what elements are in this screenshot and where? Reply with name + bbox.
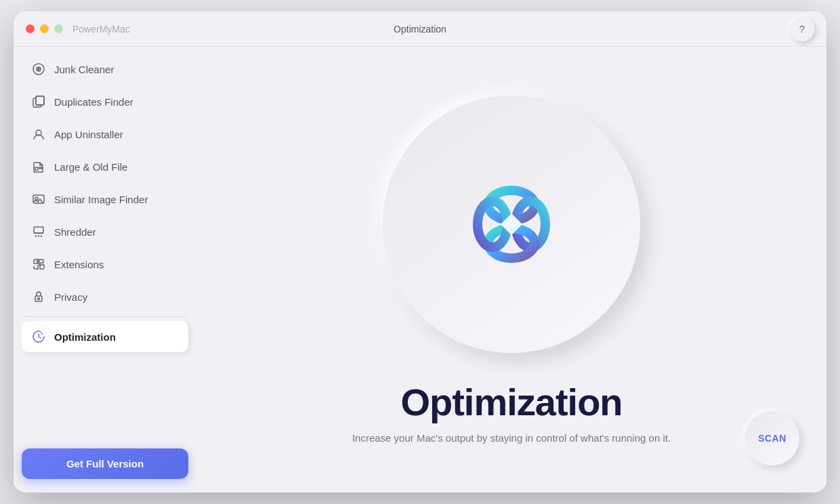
sidebar-item-privacy[interactable]: Privacy xyxy=(22,281,188,312)
sidebar-item-optimization[interactable]: Optimization xyxy=(22,321,188,352)
large-old-file-icon xyxy=(31,159,46,174)
extensions-icon xyxy=(31,257,46,272)
sidebar-item-label: Shredder xyxy=(54,226,96,238)
traffic-lights xyxy=(26,24,63,33)
sidebar-item-shredder[interactable]: Shredder xyxy=(22,216,188,247)
sidebar-item-label: Similar Image Finder xyxy=(54,194,148,205)
sidebar-item-label: Junk Cleaner xyxy=(54,64,114,75)
svg-rect-10 xyxy=(34,227,43,233)
maximize-button[interactable] xyxy=(54,24,63,33)
svg-rect-3 xyxy=(36,96,44,105)
logo-circle xyxy=(383,96,640,353)
sidebar-item-label: Privacy xyxy=(54,291,87,303)
main-area: Optimization Increase your Mac's output … xyxy=(196,47,826,492)
sidebar-item-label: Duplicates Finder xyxy=(54,96,133,108)
sidebar-item-large-old-file[interactable]: Large & Old File xyxy=(22,151,188,182)
sidebar-item-label: Extensions xyxy=(54,259,104,270)
sidebar-item-label: Optimization xyxy=(54,331,116,343)
junk-cleaner-icon xyxy=(31,62,46,77)
app-window: PowerMyMac Optimization ? Junk Cleaner xyxy=(14,12,826,492)
content-area: Junk Cleaner Duplicates Finder xyxy=(14,47,826,492)
minimize-button[interactable] xyxy=(40,24,49,33)
sidebar-item-junk-cleaner[interactable]: Junk Cleaner xyxy=(22,54,188,85)
sidebar-item-duplicates-finder[interactable]: Duplicates Finder xyxy=(22,86,188,117)
privacy-icon xyxy=(31,289,46,304)
sidebar-divider xyxy=(22,316,188,317)
main-title: Optimization xyxy=(400,380,622,424)
app-name: PowerMyMac xyxy=(72,24,130,35)
sidebar-item-similar-image-finder[interactable]: Similar Image Finder xyxy=(22,184,188,215)
help-button[interactable]: ? xyxy=(790,17,814,41)
svg-rect-11 xyxy=(35,296,42,301)
sidebar-item-label: App Uninstaller xyxy=(54,129,123,140)
close-button[interactable] xyxy=(26,24,35,33)
similar-image-finder-icon xyxy=(31,192,46,207)
app-uninstaller-icon xyxy=(31,127,46,142)
sidebar-item-extensions[interactable]: Extensions xyxy=(22,249,188,280)
get-full-version-button[interactable]: Get Full Version xyxy=(22,448,188,479)
main-subtitle: Increase your Mac's output by staying in… xyxy=(352,432,671,444)
optimization-icon xyxy=(31,329,46,344)
scan-button[interactable]: SCAN xyxy=(745,411,799,465)
svg-rect-7 xyxy=(39,167,42,169)
shredder-icon xyxy=(31,224,46,239)
sidebar: Junk Cleaner Duplicates Finder xyxy=(14,47,196,492)
sidebar-item-label: Large & Old File xyxy=(54,161,127,173)
titlebar: PowerMyMac Optimization ? xyxy=(14,12,826,47)
svg-rect-6 xyxy=(35,167,38,170)
optimization-logo xyxy=(450,163,572,285)
sidebar-bottom: Get Full Version xyxy=(22,448,188,486)
duplicates-finder-icon xyxy=(31,94,46,109)
page-title: Optimization xyxy=(394,24,446,35)
sidebar-item-app-uninstaller[interactable]: App Uninstaller xyxy=(22,119,188,150)
svg-point-12 xyxy=(38,298,40,300)
